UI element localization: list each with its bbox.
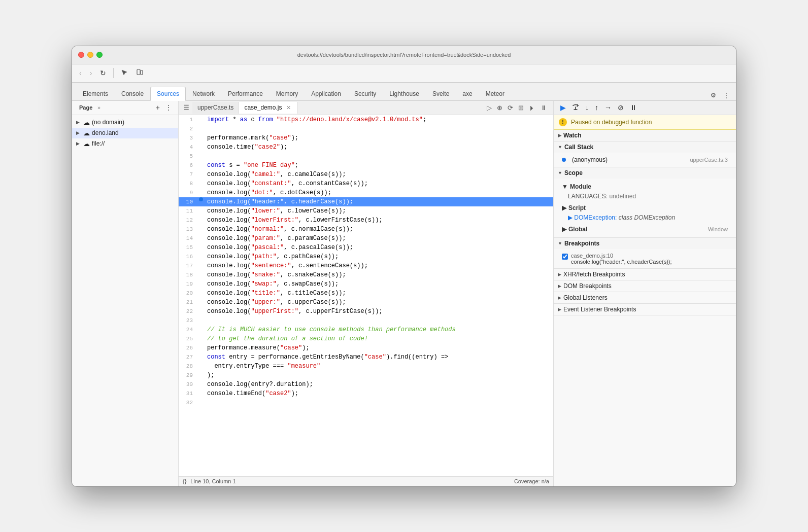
tab-sources[interactable]: Sources <box>150 87 186 101</box>
nav-separator <box>113 68 114 78</box>
minimize-button[interactable] <box>87 52 93 58</box>
code-line-14: 14 console.log("param:", c.paramCase(s))… <box>179 234 553 243</box>
tree-item-deno-land[interactable]: ▶ ☁ deno.land <box>72 128 178 138</box>
select-element-button[interactable] <box>118 67 131 80</box>
maximize-button[interactable] <box>96 52 103 58</box>
call-stack-item-anonymous[interactable]: (anonymous) upperCase.ts:3 <box>554 155 736 165</box>
sidebar-tab-chevron[interactable]: » <box>97 105 100 111</box>
sidebar-more-button[interactable]: ⋮ <box>163 102 174 113</box>
tab-svelte[interactable]: Svelte <box>426 87 456 100</box>
code-line-21: 21 console.log("upper:", c.upperCase(s))… <box>179 298 553 307</box>
tab-elements[interactable]: Elements <box>76 87 115 100</box>
resume-button[interactable]: ▶ <box>558 102 568 113</box>
dom-section[interactable]: ▶ DOM Breakpoints <box>554 280 736 292</box>
tab-axe[interactable]: axe <box>456 87 479 100</box>
close-tab-casedemo[interactable]: ✕ <box>285 104 292 112</box>
code-line-1: 1 import * as c from "https://deno.land/… <box>179 115 553 124</box>
event-listener-label: Event Listener Breakpoints <box>563 306 636 313</box>
watch-section-header[interactable]: ▶ Watch <box>554 130 736 141</box>
more-tabs-button[interactable]: ⋮ <box>721 90 732 100</box>
tab-lighthouse[interactable]: Lighthouse <box>383 87 426 100</box>
new-snippet-button[interactable]: + <box>154 102 162 113</box>
scope-module-languages: LANGUAGES: undefined <box>554 192 736 201</box>
pause-on-exceptions-button[interactable]: ⏸ <box>627 102 639 113</box>
tree-item-no-domain[interactable]: ▶ ☁ (no domain) <box>72 117 178 128</box>
reload-button[interactable]: ↻ <box>97 67 109 79</box>
code-tab-uppercase[interactable]: upperCase.ts <box>192 102 239 114</box>
status-bar-right: Coverage: n/a <box>514 478 549 484</box>
settings-button[interactable]: ⚙ <box>708 90 719 100</box>
code-line-13: 13 console.log("normal:", c.normalCase(s… <box>179 225 553 234</box>
tree-arrow-file: ▶ <box>76 141 81 146</box>
code-line-16: 16 console.log("path:", c.pathCase(s)); <box>179 252 553 261</box>
code-line-23: 23 <box>179 316 553 325</box>
sidebar-actions: + ⋮ <box>154 102 174 113</box>
breakpoint-checkbox-1[interactable] <box>562 254 568 260</box>
close-button[interactable] <box>78 52 84 58</box>
format-icon[interactable]: {} <box>183 478 186 484</box>
breakpoints-header[interactable]: ▼ Breakpoints <box>554 238 736 249</box>
call-stack-header[interactable]: ▼ Call Stack <box>554 141 736 153</box>
tab-performance[interactable]: Performance <box>221 87 270 100</box>
step-button[interactable]: → <box>602 102 614 113</box>
tab-memory[interactable]: Memory <box>270 87 305 100</box>
scope-dom-exception-key[interactable]: ▶ DOMException: <box>568 214 617 221</box>
status-bar-left: {} Line 10, Column 1 <box>183 478 236 484</box>
back-button[interactable]: ‹ <box>76 67 85 79</box>
tab-meteor[interactable]: Meteor <box>479 87 511 100</box>
global-listeners-label: Global Listeners <box>563 294 608 301</box>
scope-label: Scope <box>564 169 583 176</box>
code-line-18: 18 console.log("snake:", c.snakeCase(s))… <box>179 270 553 279</box>
global-listeners-section[interactable]: ▶ Global Listeners <box>554 292 736 304</box>
code-line-9: 9 console.log("dot:", c.dotCase(s)); <box>179 188 553 197</box>
paused-icon: ! <box>559 118 567 126</box>
scope-module-title[interactable]: ▼ Module <box>554 182 736 192</box>
scope-global-arrow: ▶ <box>562 226 566 233</box>
device-toggle-button[interactable] <box>133 67 146 80</box>
breakpoints-section: ▼ Breakpoints case_demo.js:10 console.lo… <box>554 238 736 269</box>
code-editor[interactable]: 1 import * as c from "https://deno.land/… <box>179 115 553 476</box>
code-tab-left-btn[interactable]: ☰ <box>181 103 192 112</box>
scope-arrow-icon: ▼ <box>558 170 562 175</box>
tree-label-deno-land: deno.land <box>92 129 119 136</box>
code-line-29: 29 ); <box>179 371 553 380</box>
forward-button[interactable]: › <box>87 67 95 79</box>
xhr-section[interactable]: ▶ XHR/fetch Breakpoints <box>554 269 736 280</box>
tab-application[interactable]: Application <box>305 87 348 100</box>
code-line-4: 4 console.time("case2"); <box>179 143 553 152</box>
code-line-6: 6 const s = "one FINE day"; <box>179 161 553 170</box>
execute-snippet-btn[interactable]: ▷ <box>485 103 494 113</box>
deactivate-breakpoints-button[interactable]: ⊘ <box>615 102 626 113</box>
code-tabs-bar: ☰ upperCase.ts case_demo.js ✕ ▷ ⊕ ⟳ ⊞ ⏵ <box>179 101 553 115</box>
page-tab[interactable]: Page <box>76 103 95 112</box>
pause-btn-code[interactable]: ⏸ <box>538 103 549 113</box>
code-line-7: 7 console.log("camel:", c.camelCase(s)); <box>179 170 553 179</box>
code-line-2: 2 <box>179 124 553 133</box>
scope-script-title[interactable]: ▶ Script <box>554 203 736 213</box>
event-listener-section[interactable]: ▶ Event Listener Breakpoints <box>554 304 736 315</box>
code-line-8: 8 console.log("constant:", c.constantCas… <box>179 179 553 188</box>
step-into-button[interactable]: ↓ <box>583 102 591 113</box>
scope-languages-key: LANGUAGES: <box>568 193 608 200</box>
code-line-32: 32 <box>179 398 553 407</box>
code-tab-casedemo[interactable]: case_demo.js ✕ <box>239 102 298 114</box>
scope-module-arrow: ▼ <box>562 183 568 190</box>
add-to-snippets-btn[interactable]: ⊕ <box>495 103 504 113</box>
step-over-long-button[interactable] <box>569 102 582 113</box>
tab-console[interactable]: Console <box>115 87 150 100</box>
right-panel-content: ▶ Watch ▼ Call Stack (anonymous <box>554 130 736 486</box>
tabs-right-actions: ⚙ ⋮ <box>704 90 736 100</box>
tab-network[interactable]: Network <box>186 87 221 100</box>
more-code-btn[interactable]: ⏵ <box>527 103 537 113</box>
breakpoint-file-1: case_demo.js:10 <box>571 253 672 259</box>
split-editor-btn[interactable]: ⊞ <box>516 103 526 113</box>
dom-arrow-icon: ▶ <box>558 283 561 289</box>
scope-header[interactable]: ▼ Scope <box>554 167 736 179</box>
scope-section: ▼ Scope ▼ Module LANGUAGES: und <box>554 167 736 238</box>
step-out-button[interactable]: ↑ <box>592 102 601 113</box>
breakpoints-arrow-icon: ▼ <box>558 241 562 246</box>
search-files-btn[interactable]: ⟳ <box>506 103 515 113</box>
tab-security[interactable]: Security <box>348 87 383 100</box>
scope-global-title[interactable]: ▶ Global Window <box>554 224 736 234</box>
tree-item-file[interactable]: ▶ ☁ file:// <box>72 138 178 149</box>
